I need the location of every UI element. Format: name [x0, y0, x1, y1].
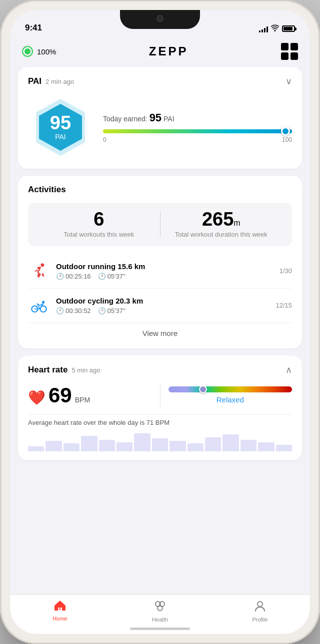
chart-bar — [170, 441, 186, 451]
chart-bar — [276, 445, 292, 451]
app-header: 100% ZEPP — [10, 37, 310, 67]
pai-earned-value: 95 — [150, 111, 162, 124]
watch-battery: 100% — [37, 47, 56, 56]
total-workouts-stat: 6 Total workouts this week — [38, 210, 160, 239]
total-duration-label: Total workout duration this week — [160, 231, 282, 239]
svg-point-9 — [158, 606, 162, 611]
running-date: 1/30 — [280, 267, 292, 275]
chart-bar — [188, 443, 204, 451]
nav-health-label: Health — [152, 617, 168, 623]
svg-text:Σ: Σ — [58, 605, 62, 611]
hr-content: ❤️ 69 BPM Relaxed — [28, 383, 292, 407]
home-indicator — [130, 628, 190, 630]
activity-cycling[interactable]: Outdoor cycling 20.3 km 🕐 00:30:52 🕐 05'… — [28, 289, 292, 323]
pai-score-display: 95 PAI — [50, 113, 71, 141]
main-content[interactable]: 100% ZEPP PAI 2 min ago ∨ — [10, 37, 310, 594]
hr-bpm-unit: BPM — [75, 396, 90, 404]
chart-bar — [222, 434, 238, 451]
cycling-time: 🕐 00:30:52 — [56, 307, 91, 315]
chart-bar — [46, 441, 62, 451]
hr-chart — [28, 431, 292, 451]
watch-indicator: 100% — [22, 46, 56, 57]
chart-bar — [240, 440, 256, 451]
app-logo: ZEPP — [149, 44, 188, 58]
pai-content: 95 PAI Today earned: 95 PAI — [28, 95, 292, 160]
hr-gauge — [168, 386, 292, 392]
camera — [156, 15, 164, 22]
battery-icon — [282, 25, 295, 32]
pai-card-title: PAI 2 min ago — [28, 76, 74, 86]
hr-avg-text: Average heart rate over the whole day is… — [28, 414, 292, 426]
chart-bar — [81, 436, 97, 451]
health-icon — [154, 600, 166, 615]
pai-collapse-button[interactable]: ∨ — [286, 76, 292, 87]
running-icon — [28, 260, 50, 282]
pai-slider: 0 100 — [103, 129, 292, 143]
phone-frame: 9:41 — [0, 0, 320, 644]
pai-slider-labels: 0 100 — [103, 136, 292, 143]
running-details: Outdoor running 15.6 km 🕐 00:25:16 🕐 05'… — [56, 262, 280, 280]
chart-bar — [99, 440, 115, 451]
view-more-button[interactable]: View more — [28, 323, 292, 339]
pai-earned-unit: PAI — [164, 115, 174, 123]
home-icon: Σ — [54, 600, 66, 614]
pai-card: PAI 2 min ago ∨ 95 — [18, 67, 302, 169]
running-pace: 🕐 05'37'' — [98, 273, 126, 280]
nav-profile[interactable]: Profile — [210, 600, 310, 623]
activities-card-header: Activities — [28, 185, 292, 195]
status-time: 9:41 — [25, 23, 42, 33]
signal-icon — [259, 25, 268, 32]
cycling-details: Outdoor cycling 20.3 km 🕐 00:30:52 🕐 05'… — [56, 297, 276, 315]
pai-score-label: PAI — [55, 133, 66, 141]
cycling-meta: 🕐 00:30:52 🕐 05'37'' — [56, 307, 276, 315]
nav-home[interactable]: Σ Home — [10, 600, 110, 622]
hr-card-header: Heart rate 5 min ago ∧ — [28, 364, 292, 375]
cycling-pace: 🕐 05'37'' — [98, 307, 126, 315]
status-icons — [259, 24, 295, 33]
total-workouts-count: 6 — [38, 210, 160, 229]
hr-status-display: Relaxed — [168, 386, 292, 404]
hr-time-ago: 5 min ago — [72, 366, 100, 374]
hr-gauge-thumb — [199, 385, 207, 393]
activities-stats: 6 Total workouts this week 265m Total wo… — [28, 203, 292, 246]
chart-bar — [28, 446, 44, 451]
running-name: Outdoor running 15.6 km — [56, 262, 280, 271]
pai-score: 95 — [50, 113, 71, 132]
chart-bar — [152, 438, 168, 451]
profile-icon — [254, 600, 266, 615]
hr-card-title: Heart rate 5 min ago — [28, 365, 100, 375]
running-time: 🕐 00:25:16 — [56, 273, 91, 280]
cycling-name: Outdoor cycling 20.3 km — [56, 297, 276, 305]
apps-button[interactable] — [281, 43, 298, 60]
chart-bar — [116, 442, 132, 451]
pai-slider-track — [103, 129, 292, 133]
pai-earned-label: Today earned: 95 PAI — [103, 111, 292, 124]
nav-health[interactable]: Health — [110, 600, 210, 623]
running-meta: 🕐 00:25:16 🕐 05'37'' — [56, 273, 280, 280]
pai-hexagon: 95 PAI — [28, 95, 93, 160]
pai-card-header: PAI 2 min ago ∨ — [28, 76, 292, 87]
heart-icon: ❤️ — [28, 389, 46, 406]
activities-title: Activities — [28, 185, 66, 195]
total-duration-count: 265m — [160, 210, 282, 229]
total-duration-stat: 265m Total workout duration this week — [160, 210, 282, 239]
chart-bar — [64, 443, 80, 451]
hr-collapse-button[interactable]: ∧ — [286, 364, 292, 375]
heart-rate-card: Heart rate 5 min ago ∧ ❤️ 69 BPM — [18, 355, 302, 460]
pai-time-ago: 2 min ago — [46, 78, 74, 85]
wifi-icon — [271, 24, 279, 33]
svg-point-10 — [258, 602, 262, 607]
total-workouts-label: Total workouts this week — [38, 231, 160, 239]
hr-bpm-value: 69 — [48, 383, 72, 407]
activity-running[interactable]: Outdoor running 15.6 km 🕐 00:25:16 🕐 05'… — [28, 254, 292, 289]
pai-slider-thumb — [281, 127, 290, 136]
nav-home-label: Home — [52, 616, 67, 622]
cycling-icon — [28, 295, 50, 317]
cycling-date: 12/15 — [276, 302, 292, 309]
chart-bar — [258, 442, 274, 451]
hr-status-label: Relaxed — [216, 395, 244, 404]
chart-bar — [205, 437, 221, 451]
pai-info: Today earned: 95 PAI 0 100 — [103, 111, 292, 143]
hr-reading: ❤️ 69 BPM — [28, 383, 160, 407]
watch-status-icon — [22, 46, 33, 57]
